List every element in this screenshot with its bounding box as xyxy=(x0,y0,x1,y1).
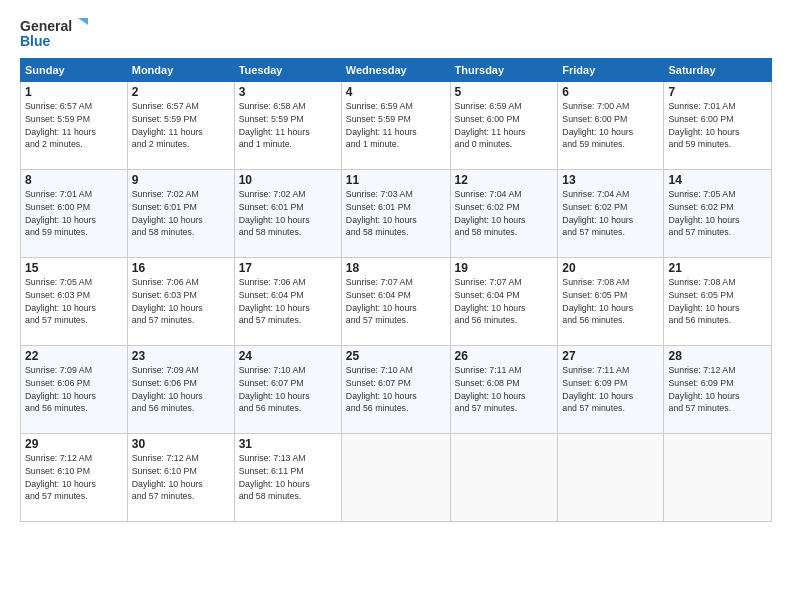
day-number: 21 xyxy=(668,261,767,275)
sunset-text: Sunset: 6:04 PM xyxy=(455,289,554,302)
minutes-text: and 56 minutes. xyxy=(25,402,123,415)
sunset-text: Sunset: 6:04 PM xyxy=(239,289,337,302)
daylight-text: Daylight: 10 hours xyxy=(239,390,337,403)
minutes-text: and 58 minutes. xyxy=(132,226,230,239)
day-number: 15 xyxy=(25,261,123,275)
sunrise-text: Sunrise: 7:05 AM xyxy=(25,276,123,289)
sunset-text: Sunset: 6:00 PM xyxy=(455,113,554,126)
daylight-text: Daylight: 10 hours xyxy=(346,214,446,227)
day-info: Sunrise: 7:06 AMSunset: 6:04 PMDaylight:… xyxy=(239,276,337,327)
sunset-text: Sunset: 6:00 PM xyxy=(668,113,767,126)
day-info: Sunrise: 7:12 AMSunset: 6:09 PMDaylight:… xyxy=(668,364,767,415)
sunrise-text: Sunrise: 7:02 AM xyxy=(239,188,337,201)
table-row: 31Sunrise: 7:13 AMSunset: 6:11 PMDayligh… xyxy=(234,434,341,522)
sunset-text: Sunset: 6:05 PM xyxy=(562,289,659,302)
sunrise-text: Sunrise: 6:57 AM xyxy=(132,100,230,113)
day-info: Sunrise: 7:10 AMSunset: 6:07 PMDaylight:… xyxy=(239,364,337,415)
sunrise-text: Sunrise: 7:10 AM xyxy=(346,364,446,377)
daylight-text: Daylight: 10 hours xyxy=(668,302,767,315)
sunrise-text: Sunrise: 7:13 AM xyxy=(239,452,337,465)
table-row: 1Sunrise: 6:57 AMSunset: 5:59 PMDaylight… xyxy=(21,82,128,170)
sunset-text: Sunset: 6:06 PM xyxy=(25,377,123,390)
day-number: 2 xyxy=(132,85,230,99)
day-number: 31 xyxy=(239,437,337,451)
table-row: 25Sunrise: 7:10 AMSunset: 6:07 PMDayligh… xyxy=(341,346,450,434)
sunrise-text: Sunrise: 7:00 AM xyxy=(562,100,659,113)
table-row: 13Sunrise: 7:04 AMSunset: 6:02 PMDayligh… xyxy=(558,170,664,258)
sunset-text: Sunset: 6:10 PM xyxy=(25,465,123,478)
svg-text:General: General xyxy=(20,18,72,34)
day-info: Sunrise: 7:01 AMSunset: 6:00 PMDaylight:… xyxy=(25,188,123,239)
table-row: 30Sunrise: 7:12 AMSunset: 6:10 PMDayligh… xyxy=(127,434,234,522)
minutes-text: and 57 minutes. xyxy=(132,314,230,327)
day-info: Sunrise: 6:59 AMSunset: 5:59 PMDaylight:… xyxy=(346,100,446,151)
calendar-header-row: Sunday Monday Tuesday Wednesday Thursday… xyxy=(21,59,772,82)
day-info: Sunrise: 6:58 AMSunset: 5:59 PMDaylight:… xyxy=(239,100,337,151)
table-row: 6Sunrise: 7:00 AMSunset: 6:00 PMDaylight… xyxy=(558,82,664,170)
minutes-text: and 57 minutes. xyxy=(562,402,659,415)
table-row xyxy=(450,434,558,522)
sunset-text: Sunset: 6:05 PM xyxy=(668,289,767,302)
sunset-text: Sunset: 6:01 PM xyxy=(239,201,337,214)
daylight-text: Daylight: 11 hours xyxy=(346,126,446,139)
day-info: Sunrise: 7:06 AMSunset: 6:03 PMDaylight:… xyxy=(132,276,230,327)
table-row: 7Sunrise: 7:01 AMSunset: 6:00 PMDaylight… xyxy=(664,82,772,170)
table-row xyxy=(558,434,664,522)
sunset-text: Sunset: 6:07 PM xyxy=(346,377,446,390)
daylight-text: Daylight: 10 hours xyxy=(239,478,337,491)
sunrise-text: Sunrise: 7:01 AM xyxy=(25,188,123,201)
table-row: 22Sunrise: 7:09 AMSunset: 6:06 PMDayligh… xyxy=(21,346,128,434)
day-info: Sunrise: 7:00 AMSunset: 6:00 PMDaylight:… xyxy=(562,100,659,151)
daylight-text: Daylight: 10 hours xyxy=(25,214,123,227)
table-row: 21Sunrise: 7:08 AMSunset: 6:05 PMDayligh… xyxy=(664,258,772,346)
table-row: 23Sunrise: 7:09 AMSunset: 6:06 PMDayligh… xyxy=(127,346,234,434)
table-row: 15Sunrise: 7:05 AMSunset: 6:03 PMDayligh… xyxy=(21,258,128,346)
sunset-text: Sunset: 6:09 PM xyxy=(562,377,659,390)
minutes-text: and 58 minutes. xyxy=(239,226,337,239)
minutes-text: and 59 minutes. xyxy=(668,138,767,151)
day-number: 19 xyxy=(455,261,554,275)
minutes-text: and 1 minute. xyxy=(239,138,337,151)
table-row: 18Sunrise: 7:07 AMSunset: 6:04 PMDayligh… xyxy=(341,258,450,346)
day-info: Sunrise: 7:02 AMSunset: 6:01 PMDaylight:… xyxy=(132,188,230,239)
logo: General Blue xyxy=(20,16,90,52)
minutes-text: and 56 minutes. xyxy=(455,314,554,327)
day-number: 9 xyxy=(132,173,230,187)
calendar-page: General Blue Sunday Monday Tuesday Wedne… xyxy=(0,0,792,612)
minutes-text: and 58 minutes. xyxy=(239,490,337,503)
day-info: Sunrise: 6:59 AMSunset: 6:00 PMDaylight:… xyxy=(455,100,554,151)
daylight-text: Daylight: 10 hours xyxy=(346,390,446,403)
day-number: 29 xyxy=(25,437,123,451)
col-thursday: Thursday xyxy=(450,59,558,82)
day-number: 4 xyxy=(346,85,446,99)
day-number: 30 xyxy=(132,437,230,451)
table-row: 12Sunrise: 7:04 AMSunset: 6:02 PMDayligh… xyxy=(450,170,558,258)
daylight-text: Daylight: 10 hours xyxy=(455,390,554,403)
sunrise-text: Sunrise: 6:57 AM xyxy=(25,100,123,113)
minutes-text: and 57 minutes. xyxy=(239,314,337,327)
calendar-week-row: 29Sunrise: 7:12 AMSunset: 6:10 PMDayligh… xyxy=(21,434,772,522)
day-info: Sunrise: 7:11 AMSunset: 6:09 PMDaylight:… xyxy=(562,364,659,415)
table-row: 16Sunrise: 7:06 AMSunset: 6:03 PMDayligh… xyxy=(127,258,234,346)
day-info: Sunrise: 7:11 AMSunset: 6:08 PMDaylight:… xyxy=(455,364,554,415)
day-number: 20 xyxy=(562,261,659,275)
daylight-text: Daylight: 10 hours xyxy=(562,390,659,403)
table-row: 26Sunrise: 7:11 AMSunset: 6:08 PMDayligh… xyxy=(450,346,558,434)
sunset-text: Sunset: 5:59 PM xyxy=(25,113,123,126)
day-number: 24 xyxy=(239,349,337,363)
day-number: 7 xyxy=(668,85,767,99)
calendar-week-row: 15Sunrise: 7:05 AMSunset: 6:03 PMDayligh… xyxy=(21,258,772,346)
table-row: 28Sunrise: 7:12 AMSunset: 6:09 PMDayligh… xyxy=(664,346,772,434)
sunrise-text: Sunrise: 7:09 AM xyxy=(132,364,230,377)
sunrise-text: Sunrise: 7:06 AM xyxy=(239,276,337,289)
svg-text:Blue: Blue xyxy=(20,33,51,49)
table-row: 24Sunrise: 7:10 AMSunset: 6:07 PMDayligh… xyxy=(234,346,341,434)
day-info: Sunrise: 7:04 AMSunset: 6:02 PMDaylight:… xyxy=(562,188,659,239)
minutes-text: and 58 minutes. xyxy=(346,226,446,239)
sunset-text: Sunset: 6:06 PM xyxy=(132,377,230,390)
daylight-text: Daylight: 10 hours xyxy=(455,214,554,227)
day-number: 14 xyxy=(668,173,767,187)
sunset-text: Sunset: 6:04 PM xyxy=(346,289,446,302)
day-info: Sunrise: 7:07 AMSunset: 6:04 PMDaylight:… xyxy=(346,276,446,327)
col-tuesday: Tuesday xyxy=(234,59,341,82)
